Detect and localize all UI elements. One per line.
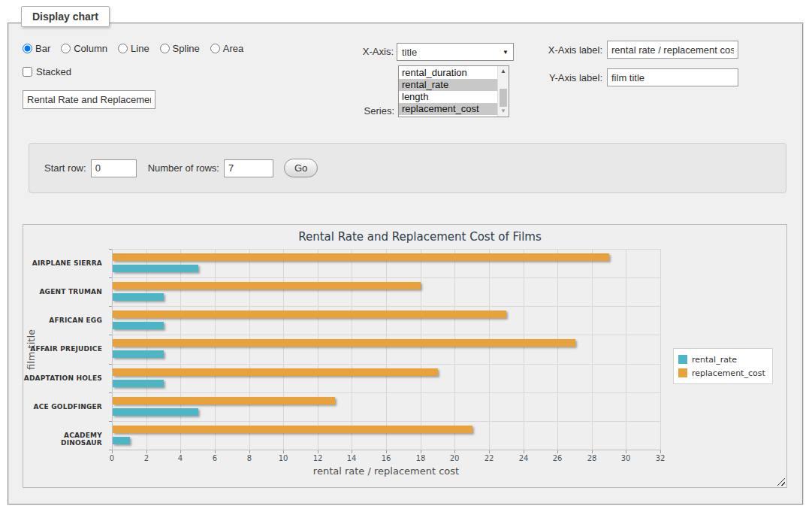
series-option-length[interactable]: length [399, 91, 497, 103]
series-listbox[interactable]: rental_durationrental_ratelengthreplacem… [398, 65, 509, 117]
grid-line-x [283, 249, 284, 450]
chart-type-radio-group: BarColumnLineSplineArea [23, 41, 243, 55]
chart-type-radio-bar[interactable]: Bar [23, 43, 50, 54]
grid-line-x [660, 249, 661, 450]
grid-line-y [112, 335, 660, 335]
bar-replacement_cost [113, 397, 335, 404]
chart-type-radio-column[interactable]: Column [61, 43, 107, 54]
grid-line-y [112, 421, 660, 422]
x-tick-label: 20 [443, 454, 466, 462]
x-tick-mark [557, 450, 558, 453]
legend-item-replacement_cost[interactable]: replacement_cost [678, 366, 765, 380]
x-tick-label: 18 [409, 454, 432, 462]
chart-type-label: Spline [173, 43, 200, 54]
grid-line-x [524, 249, 524, 450]
category-label: AFFAIR PREJUDICE [23, 345, 107, 353]
bar-replacement_cost [113, 426, 472, 433]
y-tick-mark [109, 421, 112, 422]
x-tick-mark [352, 450, 352, 453]
y-tick-mark [109, 249, 112, 250]
y-tick-mark [109, 306, 112, 307]
chart-type-label: Area [223, 43, 243, 54]
x-tick-label: 24 [512, 454, 535, 462]
bar-rental_rate [113, 380, 164, 387]
series-option-replacement_cost[interactable]: replacement_cost [399, 103, 497, 115]
grid-line-x [386, 249, 387, 450]
grid-line-y [112, 306, 660, 307]
y-tick-mark [109, 364, 112, 365]
chart-title-input[interactable] [23, 90, 155, 109]
x-tick-label: 2 [135, 454, 158, 462]
x-tick-label: 6 [204, 454, 226, 462]
grid-line-y [112, 249, 660, 250]
grid-line-x [215, 249, 216, 450]
x-tick-label: 4 [169, 454, 192, 462]
legend-item-rental_rate[interactable]: rental_rate [678, 353, 765, 366]
chart-type-label: Line [131, 43, 149, 54]
radio-icon[interactable] [118, 44, 128, 53]
radio-icon[interactable] [23, 44, 32, 53]
x-tick-label: 14 [340, 454, 363, 462]
start-row-input[interactable] [91, 159, 137, 177]
scroll-up-icon[interactable]: ▲ [498, 67, 509, 76]
x-tick-mark [180, 450, 181, 453]
grid-line-y [112, 364, 660, 365]
chart-type-radio-area[interactable]: Area [210, 43, 243, 54]
grid-line-x [146, 249, 147, 450]
x-tick-label: 16 [375, 454, 397, 462]
dropdown-arrow-icon: ▼ [503, 49, 509, 56]
number-of-rows-input[interactable] [224, 159, 273, 177]
bar-rental_rate [113, 265, 198, 272]
chart-type-radio-spline[interactable]: Spline [160, 43, 200, 54]
series-options: rental_durationrental_ratelengthreplacem… [399, 67, 497, 115]
y-axis-label-input[interactable] [607, 68, 738, 86]
chart-type-label: Bar [35, 43, 50, 54]
bar-rental_rate [113, 322, 164, 329]
bar-rental_rate [113, 293, 164, 301]
x-tick-label: 28 [581, 454, 603, 462]
x-tick-label: 8 [238, 454, 261, 462]
radio-icon[interactable] [160, 44, 170, 53]
x-axis-label-input[interactable] [607, 41, 738, 59]
chart-legend: rental_ratereplacement_cost [673, 348, 773, 384]
y-tick-mark [109, 450, 112, 450]
grid-line-y [112, 392, 660, 393]
scroll-down-icon[interactable]: ▼ [498, 107, 509, 116]
radio-icon[interactable] [210, 44, 220, 53]
grid-line-x [489, 249, 490, 450]
x-tick-mark [454, 450, 455, 453]
fieldset-legend: Display chart [21, 6, 110, 27]
x-axis-label-field: X-Axis label: [533, 44, 602, 56]
row-range-panel: Start row: Number of rows: Go [29, 143, 786, 193]
x-tick-mark [421, 450, 421, 453]
x-tick-mark [112, 450, 113, 453]
x-tick-mark [386, 450, 387, 453]
legend-label: replacement_cost [692, 368, 765, 378]
series-option-rental_rate[interactable]: rental_rate [399, 79, 497, 91]
legend-label: rental_rate [692, 355, 737, 365]
scrollbar-thumb[interactable] [500, 89, 507, 107]
category-label: AGENT TRUMAN [23, 288, 107, 295]
series-option-rental_duration[interactable]: rental_duration [399, 67, 497, 79]
stacked-checkbox[interactable] [23, 67, 32, 77]
y-tick-mark [109, 277, 112, 278]
legend-swatch-icon [678, 368, 687, 377]
x-tick-mark [626, 450, 626, 453]
stacked-checkbox-row[interactable]: Stacked [23, 65, 71, 77]
radio-icon[interactable] [61, 44, 71, 53]
category-label: AFRICAN EGG [23, 317, 107, 324]
category-label: ACE GOLDFINGER [23, 403, 107, 411]
grid-line-x [592, 249, 593, 450]
series-listbox-scrollbar[interactable]: ▲ ▼ [497, 66, 509, 117]
x-tick-mark [318, 450, 318, 453]
category-label: ADAPTATION HOLES [23, 374, 107, 382]
go-button[interactable]: Go [284, 159, 318, 177]
x-tick-mark [146, 450, 147, 453]
chart-type-radio-line[interactable]: Line [118, 43, 149, 54]
x-axis-field-label: X-Axis: [331, 46, 394, 57]
resize-handle-icon[interactable] [777, 477, 785, 486]
x-tick-mark [283, 450, 284, 453]
x-axis-select[interactable]: title ▼ [397, 43, 514, 61]
start-row-label: Start row: [44, 162, 86, 174]
grid-line-x [318, 249, 318, 450]
